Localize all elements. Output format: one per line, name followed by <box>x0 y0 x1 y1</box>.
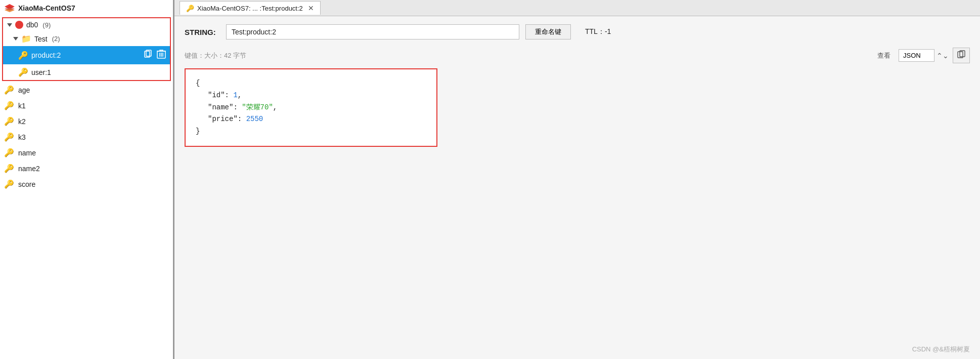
key-icon-name2: 🔑 <box>4 164 14 173</box>
key-icon-user: 🔑 <box>18 67 28 77</box>
string-type-label: STRING: <box>185 28 220 36</box>
json-line-open: { <box>196 77 426 90</box>
json-price-line: "price": 2550 <box>196 113 426 126</box>
watermark: CSDN @&梧桐树夏 <box>912 345 970 354</box>
json-id-key: "id": <box>208 91 233 99</box>
tab-bar: 🔑 XiaoMa-CentOS7: ... :Test:product:2 ✕ <box>174 0 980 16</box>
key-label-age: age <box>18 86 30 94</box>
folder-name: Test <box>34 35 48 43</box>
json-id-comma: , <box>238 91 242 99</box>
json-line-close: } <box>196 126 426 138</box>
key-icon-score: 🔑 <box>4 179 14 189</box>
key-name2[interactable]: 🔑 name2 <box>0 161 173 176</box>
key-icon-age: 🔑 <box>4 85 14 95</box>
json-name-comma: , <box>273 103 277 111</box>
key-label-k2: k2 <box>18 117 26 126</box>
value-info-row: 键值：大小：42 字节 查看 JSON Text Binary ⌃⌄ <box>185 48 970 63</box>
key-icon-product: 🔑 <box>18 51 28 60</box>
db0-name: db0 <box>26 21 38 29</box>
db-tree-group: db0 (9) 📁 Test (2) 🔑 product:2 <box>2 17 171 81</box>
right-panel: 🔑 XiaoMa-CentOS7: ... :Test:product:2 ✕ … <box>174 0 980 359</box>
json-display-box: { "id": 1, "name": "荣耀70", "price": 2550… <box>185 68 437 147</box>
action-icons <box>143 49 166 61</box>
child-key-row[interactable]: 🔑 user:1 <box>3 64 170 80</box>
key-k1[interactable]: 🔑 k1 <box>0 98 173 113</box>
server-title: XiaoMa-CentOS7 <box>18 4 75 12</box>
key-name[interactable]: 🔑 name <box>0 145 173 161</box>
string-row: STRING: 重命名键 TTL：-1 <box>185 24 970 39</box>
left-panel: XiaoMa-CentOS7 db0 (9) 📁 Test (2) 🔑 <box>0 0 174 359</box>
copy-value-btn[interactable] <box>953 48 970 63</box>
selected-key-label: product:2 <box>31 51 61 59</box>
json-price-val: 2550 <box>246 115 263 123</box>
key-score[interactable]: 🔑 score <box>0 176 173 192</box>
key-icon-k1: 🔑 <box>4 101 14 110</box>
key-label-score: score <box>18 180 35 188</box>
delete-action-icon[interactable] <box>157 49 166 61</box>
view-label: 查看 <box>877 51 890 60</box>
value-info-label: 键值：大小：42 字节 <box>185 51 246 60</box>
key-age[interactable]: 🔑 age <box>0 82 173 98</box>
content-area: STRING: 重命名键 TTL：-1 键值：大小：42 字节 查看 JSON … <box>174 16 980 359</box>
db0-count: (9) <box>42 21 51 29</box>
folder-count: (2) <box>52 35 60 43</box>
view-format-select[interactable]: JSON Text Binary <box>899 49 934 62</box>
key-list: 🔑 age 🔑 k1 🔑 k2 🔑 k3 🔑 name 🔑 name2 <box>0 82 173 359</box>
selected-key-row[interactable]: 🔑 product:2 <box>3 46 170 64</box>
folder-icon: 📁 <box>21 34 31 44</box>
json-id-val: 1 <box>233 91 237 99</box>
key-k2[interactable]: 🔑 k2 <box>0 113 173 129</box>
json-name-val: "荣耀70" <box>242 103 273 111</box>
tab-close-btn[interactable]: ✕ <box>308 4 314 12</box>
key-icon-k3: 🔑 <box>4 132 14 142</box>
key-k3[interactable]: 🔑 k3 <box>0 129 173 145</box>
tab-product2[interactable]: 🔑 XiaoMa-CentOS7: ... :Test:product:2 ✕ <box>180 1 321 15</box>
db0-row[interactable]: db0 (9) <box>3 18 170 31</box>
json-id-line: "id": 1, <box>196 90 426 102</box>
string-value-input[interactable] <box>226 24 519 39</box>
key-label-k3: k3 <box>18 133 26 141</box>
ttl-label: TTL：-1 <box>585 27 611 36</box>
folder-row[interactable]: 📁 Test (2) <box>3 31 170 46</box>
json-name-line: "name": "荣耀70", <box>196 102 426 114</box>
view-format-wrapper: JSON Text Binary ⌃⌄ <box>899 49 949 62</box>
key-label-name: name <box>18 149 36 157</box>
key-label-k1: k1 <box>18 102 26 110</box>
tab-label: XiaoMa-CentOS7: ... :Test:product:2 <box>197 5 303 12</box>
stack-icon <box>4 3 15 13</box>
key-label-name2: name2 <box>18 165 40 173</box>
server-header: XiaoMa-CentOS7 <box>0 0 173 16</box>
copy-action-icon[interactable] <box>143 49 153 61</box>
db0-expand-icon <box>7 23 12 27</box>
db-icon <box>15 21 23 29</box>
json-name-key: "name": <box>208 103 242 111</box>
tab-key-icon: 🔑 <box>186 5 194 12</box>
json-price-key: "price": <box>208 115 246 123</box>
rename-key-btn[interactable]: 重命名键 <box>525 24 571 39</box>
key-icon-k2: 🔑 <box>4 116 14 126</box>
folder-expand-icon <box>13 37 18 41</box>
key-icon-name: 🔑 <box>4 148 14 157</box>
select-arrow-icon: ⌃⌄ <box>937 52 949 60</box>
child-key-label: user:1 <box>31 68 51 76</box>
